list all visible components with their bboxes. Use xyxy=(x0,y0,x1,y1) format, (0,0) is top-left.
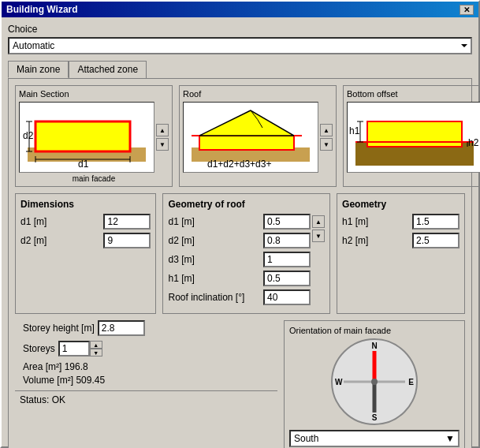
volume-value: 509.45 xyxy=(76,375,105,386)
bottom-offset-title: Bottom offset xyxy=(347,89,480,99)
direction-arrow: ▼ xyxy=(445,433,455,444)
bottom-offset-preview: h1 h2 xyxy=(347,102,480,173)
area-value: 196.8 xyxy=(65,361,88,372)
svg-text:h2: h2 xyxy=(468,137,479,148)
geo-row-1: h2 [m] xyxy=(342,233,460,248)
geo-roof-input-2[interactable] xyxy=(263,252,311,267)
tab-attached-zone[interactable]: Attached zone xyxy=(69,61,147,78)
geo-roof-row-2: d3 [m] xyxy=(168,252,311,267)
tab-main-zone-label: Main zone xyxy=(17,64,60,75)
geo-label-1: h2 [m] xyxy=(342,235,412,246)
geo-roof-input-0[interactable] xyxy=(263,214,311,230)
svg-text:d2: d2 xyxy=(23,130,34,141)
dimensions-title: Dimensions xyxy=(20,199,151,210)
bottom-area: Storey height [m] Storeys ▲ ▼ xyxy=(15,320,465,448)
roof-preview-row: d1+d2+d3+d3+ ▲ ▼ xyxy=(183,102,333,173)
title-bar: Building Wizard ✕ xyxy=(2,2,478,17)
main-section-preview: d2 d1 xyxy=(19,102,154,173)
main-section-box: Main Section xyxy=(15,85,173,187)
geo-roof-label-0: d1 [m] xyxy=(168,216,263,227)
main-content: Choice Automatic Main zone Attached zone… xyxy=(2,17,478,448)
svg-marker-12 xyxy=(199,110,294,136)
main-section-down[interactable]: ▼ xyxy=(156,138,169,151)
roof-box: Roof xyxy=(179,85,337,187)
geometry-title: Geometry xyxy=(342,199,460,210)
window-title: Building Wizard xyxy=(6,4,78,15)
building-wizard-window: Building Wizard ✕ Choice Automatic Main … xyxy=(0,0,480,448)
storeys-label: Storeys xyxy=(23,343,55,354)
geo-roof-scroll: ▲ ▼ xyxy=(312,215,325,242)
choice-label: Choice xyxy=(8,24,472,35)
dim-input-0[interactable] xyxy=(103,214,151,230)
dim-input-1[interactable] xyxy=(103,233,151,248)
main-section-label: main facade xyxy=(19,174,169,183)
svg-rect-1 xyxy=(35,121,130,151)
roof-up[interactable]: ▲ xyxy=(320,124,333,136)
geo-roof-label-2: d3 [m] xyxy=(168,254,263,265)
main-section-up[interactable]: ▲ xyxy=(156,124,169,136)
dim-label-1: d2 [m] xyxy=(20,235,103,246)
area-label: Area [m²] xyxy=(23,361,61,372)
geo-roof-row-3: h1 [m] xyxy=(168,271,311,286)
geo-input-0[interactable] xyxy=(412,214,460,230)
left-info: Storey height [m] Storeys ▲ ▼ xyxy=(15,320,277,448)
choice-value: Automatic xyxy=(13,40,54,51)
svg-rect-11 xyxy=(199,136,294,150)
geo-roof-row-0: d1 [m] xyxy=(168,214,311,230)
geo-roof-row-4: Roof inclination [°] xyxy=(168,289,311,305)
main-section-preview-row: d2 d1 ▲ ▼ xyxy=(19,102,169,173)
preview-columns: Main Section xyxy=(15,85,465,187)
orientation-title: Orientation of main facade xyxy=(289,326,460,335)
geo-roof-input-4[interactable] xyxy=(263,289,311,305)
roof-svg: d1+d2+d3+d3+ xyxy=(184,104,318,171)
main-section-title: Main Section xyxy=(19,89,169,99)
storeys-spinbox-btns: ▲ ▼ xyxy=(90,341,102,357)
geo-row-0: h1 [m] xyxy=(342,214,460,230)
storeys-spinbox: ▲ ▼ xyxy=(58,341,102,357)
orientation-panel: Orientation of main facade N S E W xyxy=(284,320,465,448)
geo-roof-label-3: h1 [m] xyxy=(168,273,263,284)
geo-roof-down[interactable]: ▼ xyxy=(312,230,325,242)
storey-height-row: Storey height [m] xyxy=(15,320,277,336)
tab-bar: Main zone Attached zone xyxy=(8,61,472,78)
storeys-up[interactable]: ▲ xyxy=(90,341,102,349)
roof-down[interactable]: ▼ xyxy=(320,138,333,151)
geo-roof-row-1: d2 [m] xyxy=(168,233,311,248)
choice-dropdown-arrow xyxy=(461,44,467,50)
storeys-down[interactable]: ▼ xyxy=(90,349,102,357)
geo-roof-input-3[interactable] xyxy=(263,271,311,286)
geo-roof-up[interactable]: ▲ xyxy=(312,215,325,228)
storeys-row: Storeys ▲ ▼ xyxy=(15,341,277,357)
direction-dropdown[interactable]: South ▼ xyxy=(289,430,460,447)
choice-dropdown[interactable]: Automatic xyxy=(8,37,472,54)
geo-roof-label-4: Roof inclination [°] xyxy=(168,292,263,303)
compass-east: E xyxy=(408,378,414,386)
direction-value: South xyxy=(294,433,318,444)
orientation-direction-row: South ▼ xyxy=(289,430,460,447)
geometry-roof-fields: d1 [m] d2 [m] d3 [m] xyxy=(168,214,311,308)
geo-roof-label-1: d2 [m] xyxy=(168,235,263,246)
bottom-offset-box: Bottom offset xyxy=(343,85,480,187)
bottom-offset-svg: h1 h2 xyxy=(348,104,480,171)
compass-center xyxy=(371,379,378,385)
roof-preview: d1+d2+d3+d3+ xyxy=(183,102,318,173)
storey-height-input[interactable] xyxy=(98,320,145,336)
roof-scroll: ▲ ▼ xyxy=(320,124,333,151)
area-volume: Area [m²] 196.8 Volume [m²] 509.45 xyxy=(15,361,277,386)
dimensions-box: Dimensions d1 [m] d2 [m] xyxy=(15,193,156,314)
tab-main-zone[interactable]: Main zone xyxy=(8,61,69,78)
svg-rect-17 xyxy=(367,121,462,147)
storeys-input[interactable] xyxy=(58,341,90,357)
compass-needle-south xyxy=(373,381,377,413)
geometry-roof-title: Geometry of roof xyxy=(168,199,325,210)
geo-input-1[interactable] xyxy=(412,233,460,248)
close-button[interactable]: ✕ xyxy=(460,5,474,15)
volume-label: Volume [m²] xyxy=(23,375,73,386)
storey-height-label: Storey height [m] xyxy=(23,323,95,334)
status-text: Status: OK xyxy=(20,394,65,405)
roof-title: Roof xyxy=(183,89,333,99)
compass-south: S xyxy=(372,413,378,422)
geo-roof-input-1[interactable] xyxy=(263,233,311,248)
geo-label-0: h1 [m] xyxy=(342,216,412,227)
dimensions-row: Dimensions d1 [m] d2 [m] Geometry of roo… xyxy=(15,193,465,314)
